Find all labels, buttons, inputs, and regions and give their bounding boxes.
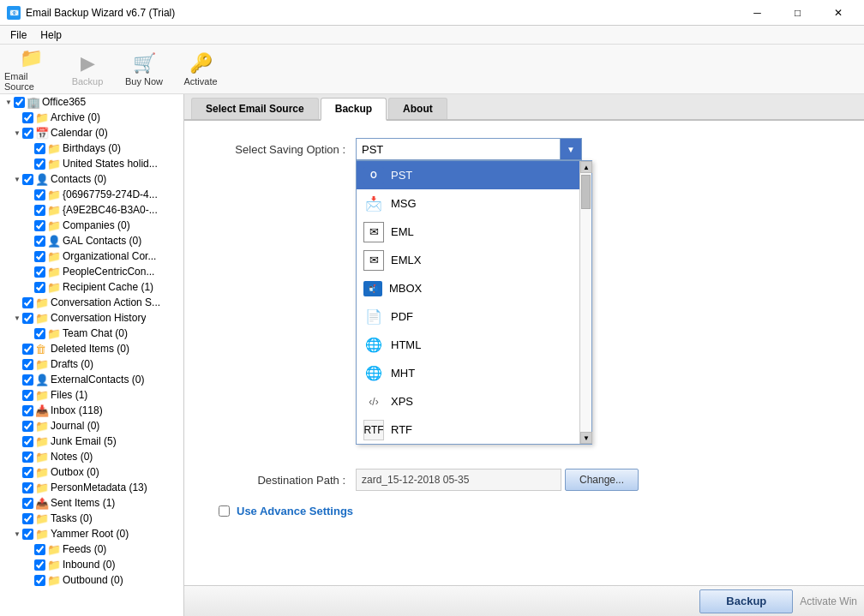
- format-selected-display[interactable]: PST: [356, 138, 582, 160]
- tree-checkbox[interactable]: [22, 482, 33, 493]
- tree-expander[interactable]: [24, 328, 34, 338]
- tree-checkbox[interactable]: [34, 236, 45, 247]
- tree-expander[interactable]: [12, 421, 22, 431]
- tree-checkbox[interactable]: [34, 143, 45, 154]
- tree-item[interactable]: 📁Companies (0): [0, 218, 183, 233]
- tree-checkbox[interactable]: [22, 467, 33, 478]
- tree-item[interactable]: 📁{06967759-274D-4...: [0, 187, 183, 202]
- tree-item[interactable]: 📁Conversation Action S...: [0, 295, 183, 310]
- tree-expander[interactable]: [12, 297, 22, 308]
- scroll-up-btn[interactable]: ▲: [580, 161, 592, 173]
- format-option-pst[interactable]: O PST: [357, 161, 591, 189]
- backup-button[interactable]: Backup: [699, 589, 793, 613]
- tree-checkbox[interactable]: [22, 405, 33, 416]
- tree-expander[interactable]: [24, 266, 34, 277]
- tree-checkbox[interactable]: [34, 559, 45, 571]
- tree-item[interactable]: 📥Inbox (118): [0, 403, 183, 418]
- format-option-rtf[interactable]: RTF RTF: [357, 416, 591, 444]
- toolbar-backup[interactable]: ▶ Backup: [60, 47, 115, 92]
- tree-checkbox[interactable]: [22, 297, 33, 308]
- format-dropdown-arrow[interactable]: ▼: [560, 138, 582, 160]
- tree-checkbox[interactable]: [22, 374, 33, 386]
- tree-item[interactable]: 📁Files (1): [0, 387, 183, 403]
- tree-item[interactable]: 📁Outbox (0): [0, 464, 183, 480]
- tree-item[interactable]: 📁Birthdays (0): [0, 141, 183, 156]
- tree-checkbox[interactable]: [34, 328, 45, 339]
- tree-expander[interactable]: ▼: [12, 174, 22, 184]
- tree-checkbox[interactable]: [22, 359, 33, 370]
- toolbar-buy-now[interactable]: 🛒 Buy Now: [117, 47, 171, 92]
- tree-item[interactable]: 👤ExternalContacts (0): [0, 372, 183, 387]
- tree-checkbox[interactable]: [22, 513, 33, 524]
- tab-about[interactable]: About: [388, 98, 447, 119]
- tree-expander[interactable]: [24, 559, 34, 570]
- menu-file[interactable]: File: [3, 27, 33, 43]
- advance-settings-checkbox[interactable]: [219, 505, 230, 517]
- tree-checkbox[interactable]: [22, 436, 33, 447]
- tree-expander[interactable]: ▼: [3, 97, 14, 107]
- tree-item[interactable]: 📁Team Chat (0): [0, 326, 183, 341]
- tree-checkbox[interactable]: [34, 189, 45, 200]
- tree-checkbox[interactable]: [34, 575, 45, 586]
- tree-item[interactable]: 📁Notes (0): [0, 449, 183, 464]
- tree-item[interactable]: 📁Organizational Cor...: [0, 248, 183, 264]
- tree-expander[interactable]: ▼: [12, 128, 22, 138]
- minimize-button[interactable]: ─: [738, 0, 777, 26]
- tree-expander[interactable]: [12, 390, 22, 400]
- tree-expander[interactable]: [12, 513, 22, 523]
- scroll-down-btn[interactable]: ▼: [580, 432, 592, 444]
- tree-item[interactable]: 👤GAL Contacts (0): [0, 233, 183, 248]
- tree-item[interactable]: 📁Journal (0): [0, 418, 183, 434]
- tree-item[interactable]: 📁Tasks (0): [0, 511, 183, 526]
- tree-expander[interactable]: [24, 251, 34, 261]
- tree-expander[interactable]: [24, 220, 34, 230]
- tree-expander[interactable]: [12, 405, 22, 416]
- tree-expander[interactable]: ▼: [12, 313, 22, 323]
- tree-checkbox[interactable]: [22, 498, 33, 509]
- maximize-button[interactable]: □: [778, 0, 817, 26]
- tree-expander[interactable]: [12, 359, 22, 369]
- tree-checkbox[interactable]: [22, 529, 33, 540]
- tree-expander[interactable]: [24, 189, 34, 200]
- tree-checkbox[interactable]: [34, 282, 45, 293]
- tree-checkbox[interactable]: [14, 97, 25, 108]
- format-option-html[interactable]: 🌐 HTML: [357, 331, 591, 359]
- tree-expander[interactable]: [12, 344, 22, 354]
- tree-expander[interactable]: [24, 282, 34, 292]
- tree-item[interactable]: 🗑Deleted Items (0): [0, 341, 183, 356]
- tree-expander[interactable]: [12, 374, 22, 385]
- tree-checkbox[interactable]: [22, 112, 33, 123]
- tree-expander[interactable]: [12, 498, 22, 508]
- tree-item[interactable]: 📁Archive (0): [0, 110, 183, 125]
- tree-expander[interactable]: [24, 575, 34, 585]
- tree-expander[interactable]: [12, 112, 22, 123]
- tree-item[interactable]: 📁PeopleCentricCon...: [0, 264, 183, 279]
- format-option-mht[interactable]: 🌐 MHT: [357, 359, 591, 387]
- tree-item[interactable]: ▼📁Yammer Root (0): [0, 526, 183, 541]
- format-option-xps[interactable]: ‹/› XPS: [357, 387, 591, 416]
- tree-item[interactable]: 📁Feeds (0): [0, 541, 183, 557]
- format-option-mbox[interactable]: 📬 MBOX: [357, 274, 591, 302]
- tree-checkbox[interactable]: [22, 128, 33, 139]
- tree-expander[interactable]: [24, 544, 34, 554]
- tree-item[interactable]: 📁{A9E2BC46-B3A0-...: [0, 202, 183, 218]
- tree-item[interactable]: ▼📅Calendar (0): [0, 125, 183, 141]
- tree-checkbox[interactable]: [22, 390, 33, 401]
- tree-item[interactable]: 📁Junk Email (5): [0, 434, 183, 449]
- close-button[interactable]: ✕: [819, 0, 857, 26]
- tree-checkbox[interactable]: [34, 266, 45, 278]
- tree-expander[interactable]: [12, 436, 22, 446]
- advance-settings-label[interactable]: Use Advance Settings: [237, 505, 353, 517]
- format-option-msg[interactable]: 📩 MSG: [357, 189, 591, 218]
- toolbar-email-source[interactable]: 📁 Email Source: [3, 47, 58, 92]
- tree-expander[interactable]: [24, 158, 34, 169]
- tree-checkbox[interactable]: [22, 344, 33, 355]
- format-option-pdf[interactable]: 📄 PDF: [357, 302, 591, 331]
- tree-expander[interactable]: [24, 143, 34, 153]
- tree-checkbox[interactable]: [34, 220, 45, 231]
- tree-expander[interactable]: [12, 482, 22, 493]
- tree-item[interactable]: 📁Outbound (0): [0, 572, 183, 588]
- tree-item[interactable]: 📁United States holid...: [0, 156, 183, 171]
- tree-item[interactable]: ▼📁Conversation History: [0, 310, 183, 326]
- tree-expander[interactable]: [12, 467, 22, 477]
